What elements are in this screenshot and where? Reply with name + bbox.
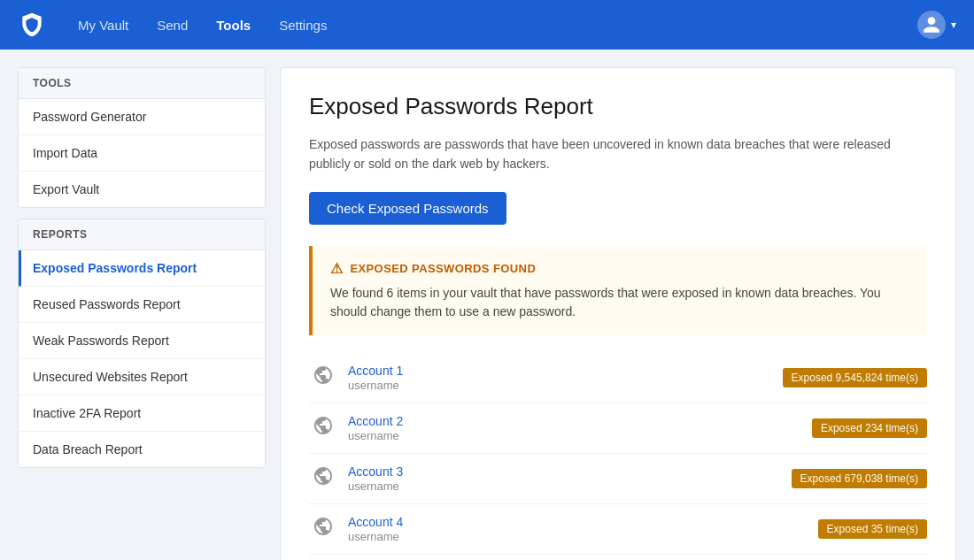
- account-name[interactable]: Account 4: [348, 515, 808, 529]
- sidebar-reports-section: REPORTS Exposed Passwords Report Reused …: [18, 219, 266, 468]
- exposed-badge: Exposed 234 time(s): [812, 418, 927, 438]
- account-info: Account 2 username: [348, 414, 801, 442]
- sidebar-item-unsecured-websites[interactable]: Unsecured Websites Report: [19, 359, 265, 395]
- nav-send[interactable]: Send: [146, 12, 198, 38]
- exposed-badge: Exposed 35 time(s): [818, 519, 927, 539]
- sidebar-item-import-data[interactable]: Import Data: [19, 135, 265, 172]
- user-menu[interactable]: ▾: [917, 11, 956, 39]
- account-list: Account 1 username Exposed 9,545,824 tim…: [309, 353, 927, 560]
- account-username: username: [348, 479, 399, 493]
- sidebar-item-weak-passwords[interactable]: Weak Passwords Report: [19, 323, 265, 359]
- account-info: Account 1 username: [348, 364, 772, 392]
- globe-icon: [309, 465, 337, 492]
- globe-icon: [309, 415, 337, 441]
- sidebar-reports-title: REPORTS: [19, 219, 265, 250]
- main-content: Exposed Passwords Report Exposed passwor…: [280, 67, 956, 560]
- alert-text: We found 6 items in your vault that have…: [330, 284, 909, 321]
- sidebar-item-inactive-2fa[interactable]: Inactive 2FA Report: [19, 395, 265, 432]
- table-row: Account 1 username Exposed 9,545,824 tim…: [309, 353, 927, 403]
- account-username: username: [348, 429, 399, 442]
- app-logo: [18, 11, 46, 39]
- sidebar-tools-section: TOOLS Password Generator Import Data Exp…: [18, 67, 266, 208]
- sidebar-item-reused-passwords[interactable]: Reused Passwords Report: [19, 287, 265, 323]
- account-name[interactable]: Account 2: [348, 414, 801, 428]
- account-username: username: [348, 379, 399, 392]
- account-info: Account 3 username: [348, 464, 781, 493]
- alert-title: ⚠ EXPOSED PASSWORDS FOUND: [330, 260, 909, 277]
- account-username: username: [348, 530, 399, 543]
- sidebar-item-exposed-passwords[interactable]: Exposed Passwords Report: [19, 250, 265, 287]
- table-row: Account 2 username Exposed 234 time(s): [309, 403, 927, 454]
- globe-icon: [309, 364, 337, 391]
- user-chevron-icon: ▾: [951, 19, 956, 31]
- nav-settings[interactable]: Settings: [268, 12, 337, 38]
- account-name[interactable]: Account 1: [348, 364, 772, 378]
- page-layout: TOOLS Password Generator Import Data Exp…: [0, 50, 974, 560]
- sidebar-item-export-vault[interactable]: Export Vault: [19, 172, 265, 207]
- page-title: Exposed Passwords Report: [309, 93, 927, 120]
- alert-title-text: EXPOSED PASSWORDS FOUND: [350, 262, 536, 275]
- nav-my-vault[interactable]: My Vault: [67, 12, 139, 38]
- table-row: Account 4 username Exposed 35 time(s): [309, 504, 927, 555]
- exposed-badge: Exposed 9,545,824 time(s): [783, 368, 927, 387]
- navbar: My Vault Send Tools Settings ▾: [0, 0, 974, 50]
- nav-tools[interactable]: Tools: [205, 12, 261, 38]
- check-exposed-passwords-button[interactable]: Check Exposed Passwords: [309, 192, 506, 225]
- sidebar-tools-title: TOOLS: [19, 68, 265, 99]
- sidebar-item-data-breach[interactable]: Data Breach Report: [19, 432, 265, 467]
- alert-box: ⚠ EXPOSED PASSWORDS FOUND We found 6 ite…: [309, 246, 927, 335]
- account-info: Account 4 username: [348, 515, 808, 543]
- user-avatar: [917, 11, 946, 39]
- sidebar-item-password-generator[interactable]: Password Generator: [19, 99, 265, 135]
- exposed-badge: Exposed 679,038 time(s): [792, 469, 927, 488]
- warning-icon: ⚠: [330, 260, 343, 277]
- navbar-links: My Vault Send Tools Settings: [67, 12, 917, 38]
- page-description: Exposed passwords are passwords that hav…: [309, 134, 927, 174]
- globe-icon: [309, 516, 337, 542]
- table-row: Account 5 username Exposed 9 time(s): [309, 555, 927, 560]
- account-name[interactable]: Account 3: [348, 464, 781, 479]
- table-row: Account 3 username Exposed 679,038 time(…: [309, 454, 927, 504]
- sidebar: TOOLS Password Generator Import Data Exp…: [18, 67, 266, 560]
